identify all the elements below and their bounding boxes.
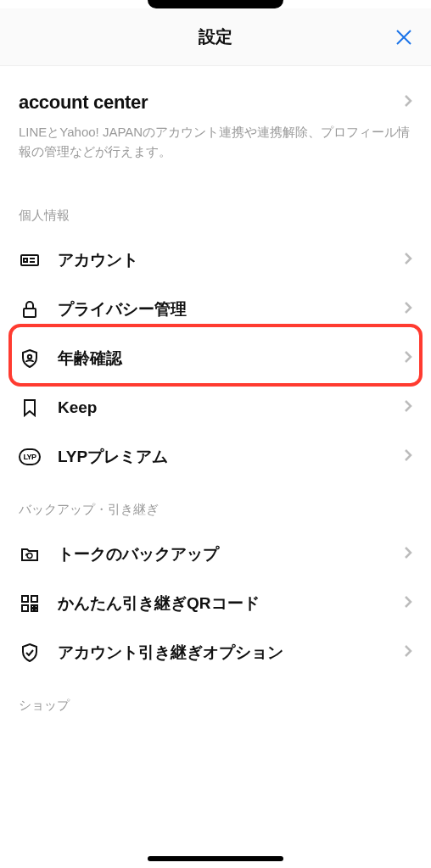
shield-check-icon (19, 642, 41, 664)
svg-rect-11 (31, 609, 34, 611)
device-notch (148, 0, 283, 8)
chevron-right-icon (404, 252, 412, 269)
list-item-privacy[interactable]: プライバシー管理 (0, 285, 431, 334)
svg-point-5 (28, 354, 31, 358)
svg-rect-9 (31, 605, 34, 608)
list-item-keep[interactable]: Keep (0, 383, 431, 432)
chevron-right-icon (404, 399, 412, 416)
shield-person-icon (19, 348, 41, 370)
close-icon (394, 27, 414, 47)
list-item-label: トークのバックアップ (58, 543, 404, 565)
svg-rect-8 (22, 605, 28, 611)
list-item-qr-transfer[interactable]: かんたん引き継ぎQRコード (0, 579, 431, 628)
list-item-label: アカウント (58, 249, 404, 271)
list-item-talk-backup[interactable]: トークのバックアップ (0, 530, 431, 579)
svg-rect-4 (24, 309, 36, 317)
chevron-right-icon (404, 644, 412, 661)
bookmark-icon (19, 397, 41, 419)
page-title: 設定 (199, 25, 232, 48)
lock-icon (19, 298, 41, 320)
list-item-label: 年齢確認 (58, 348, 404, 370)
list-item-label: アカウント引き継ぎオプション (58, 642, 404, 664)
svg-rect-12 (35, 605, 37, 608)
lyp-icon: LYP (19, 446, 41, 468)
account-center-description: LINEとYahoo! JAPANのアカウント連携や連携解除、プロフィール情報の… (19, 122, 412, 162)
chevron-right-icon (404, 350, 412, 367)
list-item-lyp-premium[interactable]: LYP LYPプレミアム (0, 432, 431, 481)
list-item-account[interactable]: アカウント (0, 236, 431, 285)
section-header-personal: 個人情報 (0, 187, 431, 236)
chevron-right-icon (404, 546, 412, 563)
qr-code-icon (19, 593, 41, 615)
id-card-icon (19, 249, 41, 271)
chevron-right-icon (404, 595, 412, 612)
list-item-label: LYPプレミアム (58, 446, 404, 468)
account-center-title: account center (19, 92, 148, 114)
svg-rect-6 (22, 596, 28, 602)
close-button[interactable] (392, 25, 416, 49)
section-header-shop: ショップ (0, 677, 431, 726)
account-center-row[interactable]: account center (19, 92, 412, 114)
svg-rect-7 (31, 596, 37, 602)
chevron-right-icon (404, 94, 412, 111)
chevron-right-icon (404, 448, 412, 465)
svg-rect-1 (24, 259, 27, 262)
list-item-label: プライバシー管理 (58, 298, 404, 320)
list-item-age-verify[interactable]: 年齢確認 (0, 334, 431, 383)
section-header-backup: バックアップ・引き継ぎ (0, 481, 431, 530)
chevron-right-icon (404, 301, 412, 318)
header: 設定 (0, 8, 431, 66)
folder-sync-icon (19, 543, 41, 565)
svg-rect-10 (35, 609, 37, 611)
content-scroll[interactable]: account center LINEとYahoo! JAPANのアカウント連携… (0, 66, 431, 868)
list-item-account-transfer[interactable]: アカウント引き継ぎオプション (0, 628, 431, 677)
home-indicator[interactable] (148, 856, 283, 861)
list-item-label: かんたん引き継ぎQRコード (58, 593, 404, 615)
list-item-label: Keep (58, 398, 404, 417)
